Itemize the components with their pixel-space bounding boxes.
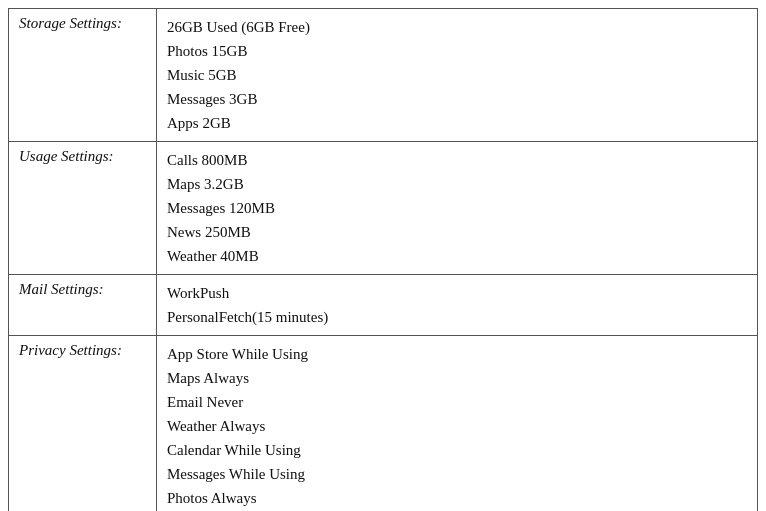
- setting-value-line: Photos 15GB: [167, 43, 247, 59]
- setting-value-line: Maps 3.2GB: [167, 176, 244, 192]
- setting-value-line: Messages While Using: [167, 466, 305, 482]
- setting-value-line: 26GB Used (6GB Free): [167, 19, 310, 35]
- setting-value: App Store While UsingMaps AlwaysEmail Ne…: [157, 336, 758, 512]
- setting-value-line: Music 5GB: [167, 67, 237, 83]
- setting-label: Storage Settings:: [9, 9, 157, 142]
- table-row: Privacy Settings:App Store While UsingMa…: [9, 336, 758, 512]
- setting-value-line: Maps Always: [167, 370, 249, 386]
- table-row: Storage Settings:26GB Used (6GB Free)Pho…: [9, 9, 758, 142]
- setting-value-line: Photos Always: [167, 490, 257, 506]
- setting-value: 26GB Used (6GB Free)Photos 15GBMusic 5GB…: [157, 9, 758, 142]
- setting-value: WorkPushPersonalFetch(15 minutes): [157, 275, 758, 336]
- setting-value-line: Messages 3GB: [167, 91, 257, 107]
- setting-value-line: Weather Always: [167, 418, 265, 434]
- settings-table: Storage Settings:26GB Used (6GB Free)Pho…: [8, 8, 758, 511]
- setting-value-line: Messages 120MB: [167, 200, 275, 216]
- setting-value-line: News 250MB: [167, 224, 251, 240]
- setting-value-line: Calls 800MB: [167, 152, 247, 168]
- setting-value-line: PersonalFetch(15 minutes): [167, 309, 328, 325]
- setting-label: Mail Settings:: [9, 275, 157, 336]
- setting-value-line: App Store While Using: [167, 346, 308, 362]
- setting-value-line: WorkPush: [167, 285, 229, 301]
- setting-value: Calls 800MBMaps 3.2GBMessages 120MBNews …: [157, 142, 758, 275]
- setting-label: Usage Settings:: [9, 142, 157, 275]
- setting-value-line: Apps 2GB: [167, 115, 231, 131]
- setting-label: Privacy Settings:: [9, 336, 157, 512]
- setting-value-line: Email Never: [167, 394, 243, 410]
- setting-value-line: Weather 40MB: [167, 248, 259, 264]
- table-row: Mail Settings:WorkPushPersonalFetch(15 m…: [9, 275, 758, 336]
- table-row: Usage Settings:Calls 800MBMaps 3.2GBMess…: [9, 142, 758, 275]
- setting-value-line: Calendar While Using: [167, 442, 301, 458]
